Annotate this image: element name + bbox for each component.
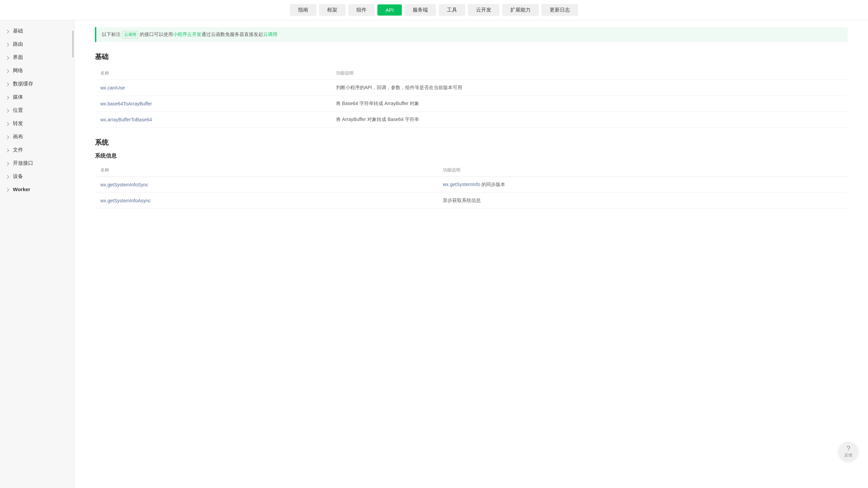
page-layout: 基础 路由 界面 网络 (0, 20, 868, 488)
sidebar-label-basics: 基础 (13, 28, 23, 34)
chevron-right-icon (7, 29, 10, 33)
sidebar-item-canvas[interactable]: 画布 (0, 130, 74, 143)
chevron-right-icon-routing (7, 43, 10, 46)
chevron-right-icon-location (7, 109, 10, 112)
nav-item-changelog[interactable]: 更新日志 (541, 4, 578, 16)
sidebar-item-network[interactable]: 网络 (0, 64, 74, 77)
chevron-right-icon-media (7, 96, 10, 99)
api-link-base64ToArrayBuffer[interactable]: wx.base64ToArrayBuffer (100, 101, 152, 106)
api-desc-getSystemInfoSync: wx.getSystemInfo 的同步版本 (437, 177, 848, 193)
sidebar-label-location: 位置 (13, 107, 23, 114)
col-header-desc-sysinfo: 功能说明 (437, 164, 848, 177)
main-content: 以下标注 云调用 的接口可以使用小程序云开发通过云函数免服务器直接发起云调用 基… (75, 20, 868, 488)
api-desc-base64ToArrayBuffer: 将 Base64 字符串转成 ArrayBuffer 对象 (331, 96, 848, 112)
nav-item-components[interactable]: 组件 (348, 4, 375, 16)
api-table-basics: 名称 功能说明 wx.canIUse 判断小程序的API，回调，参数，组件等是否… (95, 67, 848, 128)
chevron-right-icon-file (7, 148, 10, 152)
nav-item-guide[interactable]: 指南 (290, 4, 316, 16)
col-header-name-basics: 名称 (95, 67, 331, 80)
nav-item-framework[interactable]: 框架 (319, 4, 346, 16)
table-row-getSystemInfoSync: wx.getSystemInfoSync wx.getSystemInfo 的同… (95, 177, 848, 193)
chevron-right-icon-worker (7, 188, 10, 191)
sidebar-label-device: 设备 (13, 173, 23, 180)
banner-link-miniprogram-cloud[interactable]: 小程序云开发 (173, 32, 201, 37)
chevron-right-icon-canvas (7, 135, 10, 139)
sidebar-label-worker: Worker (13, 186, 30, 192)
sidebar-item-worker[interactable]: Worker (0, 183, 74, 196)
api-desc-suffix-getSystemInfoSync: 的同步版本 (480, 182, 506, 187)
sidebar-item-location[interactable]: 位置 (0, 104, 74, 117)
top-navigation: 指南 框架 组件 API 服务端 工具 云开发 扩展能力 更新日志 (0, 0, 868, 20)
sidebar-label-ui: 界面 (13, 54, 23, 61)
api-link-getSystemInfo[interactable]: wx.getSystemInfo (443, 182, 480, 187)
sidebar-item-forward[interactable]: 转发 (0, 117, 74, 130)
chevron-right-icon-datacache (7, 82, 10, 86)
sidebar-label-file: 文件 (13, 147, 23, 153)
sidebar-label-datacache: 数据缓存 (13, 81, 33, 87)
nav-item-api[interactable]: API (377, 4, 402, 16)
sidebar-label-network: 网络 (13, 67, 23, 74)
api-link-getSystemInfoAsync[interactable]: wx.getSystemInfoAsync (100, 198, 151, 203)
table-row-base64ToArrayBuffer: wx.base64ToArrayBuffer 将 Base64 字符串转成 Ar… (95, 96, 848, 112)
nav-item-cloud[interactable]: 云开发 (468, 4, 499, 16)
sidebar-item-basics[interactable]: 基础 (0, 24, 74, 38)
nav-item-server[interactable]: 服务端 (405, 4, 436, 16)
sidebar-item-openapi[interactable]: 开放接口 (0, 157, 74, 170)
api-desc-getSystemInfoAsync: 异步获取系统信息 (437, 193, 848, 209)
api-table-sysinfo: 名称 功能说明 wx.getSystemInfoSync wx.getSyste… (95, 164, 848, 209)
col-header-desc-basics: 功能说明 (331, 67, 848, 80)
sidebar-item-media[interactable]: 媒体 (0, 90, 74, 104)
sidebar-item-device[interactable]: 设备 (0, 170, 74, 183)
chevron-right-icon-forward (7, 122, 10, 125)
question-icon: ? (846, 445, 850, 452)
sidebar: 基础 路由 界面 网络 (0, 20, 75, 488)
banner-prefix: 以下标注 (102, 32, 122, 37)
banner-mid: 通过云函数免服务器直接发起 (201, 32, 263, 37)
section-title-system: 系统 (95, 138, 848, 147)
api-link-arrayBufferToBase64[interactable]: wx.arrayBufferToBase64 (100, 117, 152, 122)
col-header-name-sysinfo: 名称 (95, 164, 437, 177)
sidebar-item-datacache[interactable]: 数据缓存 (0, 77, 74, 90)
feedback-label: 反馈 (844, 452, 852, 458)
nav-item-extend[interactable]: 扩展能力 (502, 4, 539, 16)
nav-item-tools[interactable]: 工具 (439, 4, 465, 16)
table-row-getSystemInfoAsync: wx.getSystemInfoAsync 异步获取系统信息 (95, 193, 848, 209)
sidebar-label-canvas: 画布 (13, 134, 23, 140)
api-desc-canIUse: 判断小程序的API，回调，参数，组件等是否在当前版本可用 (331, 80, 848, 96)
sidebar-item-ui[interactable]: 界面 (0, 51, 74, 64)
sidebar-scrollbar[interactable] (72, 30, 74, 58)
sub-section-title-sysinfo: 系统信息 (95, 152, 848, 160)
sidebar-label-media: 媒体 (13, 94, 23, 100)
feedback-button[interactable]: ? 反馈 (839, 442, 858, 461)
chevron-right-icon-device (7, 175, 10, 178)
table-row-arrayBufferToBase64: wx.arrayBufferToBase64 将 ArrayBuffer 对象转… (95, 112, 848, 128)
sidebar-item-file[interactable]: 文件 (0, 143, 74, 157)
sidebar-label-routing: 路由 (13, 41, 23, 47)
info-banner: 以下标注 云调用 的接口可以使用小程序云开发通过云函数免服务器直接发起云调用 (95, 27, 848, 42)
table-row-canIUse: wx.canIUse 判断小程序的API，回调，参数，组件等是否在当前版本可用 (95, 80, 848, 96)
banner-link-cloud-call[interactable]: 云调用 (263, 32, 277, 37)
sidebar-label-forward: 转发 (13, 120, 23, 127)
chevron-right-icon-network (7, 69, 10, 73)
section-title-basics: 基础 (95, 52, 848, 61)
chevron-right-icon-openapi (7, 162, 10, 165)
sidebar-label-openapi: 开放接口 (13, 160, 33, 166)
banner-badge: 云调用 (122, 31, 138, 39)
chevron-right-icon-ui (7, 56, 10, 59)
api-link-canIUse[interactable]: wx.canIUse (100, 85, 125, 90)
banner-suffix1: 的接口可以使用 (138, 32, 173, 37)
api-link-getSystemInfoSync[interactable]: wx.getSystemInfoSync (100, 182, 149, 187)
sidebar-item-routing[interactable]: 路由 (0, 38, 74, 51)
api-desc-arrayBufferToBase64: 将 ArrayBuffer 对象转成 Base64 字符串 (331, 112, 848, 128)
